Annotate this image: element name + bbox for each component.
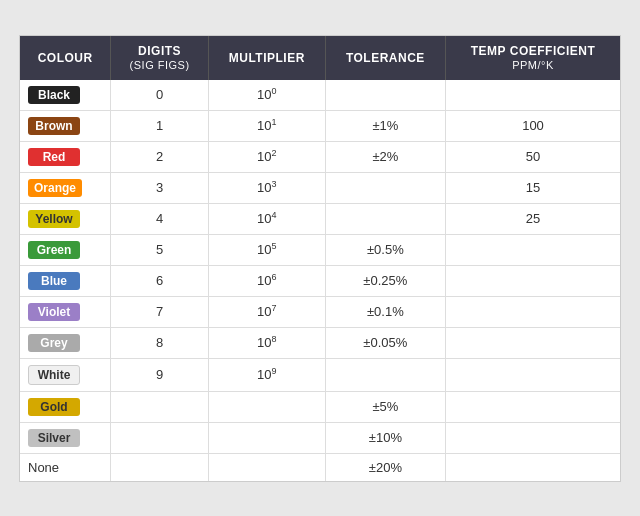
table-row: Green5105±0.5% [20,234,620,265]
swatch-black: Black [28,86,80,104]
color-cell: Red [20,141,111,172]
tolerance-cell: ±0.5% [325,234,445,265]
temp-coeff-cell [446,296,620,327]
tolerance-cell: ±0.1% [325,296,445,327]
temp-coeff-cell: 100 [446,110,620,141]
multiplier-cell [208,453,325,481]
header-digits: DIGITS(SIG FIGS) [111,36,208,80]
tolerance-cell [325,203,445,234]
table-row: Yellow410425 [20,203,620,234]
temp-coeff-cell: 25 [446,203,620,234]
table-row: Orange310315 [20,172,620,203]
color-cell: Orange [20,172,111,203]
tolerance-cell: ±10% [325,422,445,453]
temp-coeff-cell: 15 [446,172,620,203]
color-cell: Silver [20,422,111,453]
swatch-violet: Violet [28,303,80,321]
digits-cell: 6 [111,265,208,296]
resistor-color-code-table: COLOUR DIGITS(SIG FIGS) MULTIPLIER TOLER… [19,35,621,482]
swatch-yellow: Yellow [28,210,80,228]
temp-coeff-cell [446,358,620,391]
temp-coeff-cell [446,80,620,111]
table-row: Blue6106±0.25% [20,265,620,296]
multiplier-cell: 107 [208,296,325,327]
swatch-grey: Grey [28,334,80,352]
table-row: Brown1101±1%100 [20,110,620,141]
temp-coeff-cell [446,391,620,422]
multiplier-cell: 100 [208,80,325,111]
multiplier-cell: 108 [208,327,325,358]
digits-cell [111,391,208,422]
swatch-gold: Gold [28,398,80,416]
temp-coeff-cell [446,422,620,453]
swatch-silver: Silver [28,429,80,447]
multiplier-cell: 106 [208,265,325,296]
color-cell: White [20,358,111,391]
color-cell: Green [20,234,111,265]
swatch-blue: Blue [28,272,80,290]
tolerance-cell: ±20% [325,453,445,481]
temp-coeff-cell [446,327,620,358]
digits-cell [111,453,208,481]
table-row: Gold±5% [20,391,620,422]
digits-cell: 0 [111,80,208,111]
color-cell: None [20,453,111,481]
digits-cell: 4 [111,203,208,234]
table-row: White9109 [20,358,620,391]
multiplier-cell: 103 [208,172,325,203]
multiplier-cell: 104 [208,203,325,234]
swatch-red: Red [28,148,80,166]
header-tolerance: TOLERANCE [325,36,445,80]
digits-cell: 3 [111,172,208,203]
tolerance-cell [325,80,445,111]
multiplier-cell: 101 [208,110,325,141]
digits-cell: 1 [111,110,208,141]
table-row: Silver±10% [20,422,620,453]
table-row: Black0100 [20,80,620,111]
tolerance-cell [325,172,445,203]
multiplier-cell: 109 [208,358,325,391]
temp-coeff-cell: 50 [446,141,620,172]
digits-cell [111,422,208,453]
table-row: Red2102±2%50 [20,141,620,172]
color-cell: Violet [20,296,111,327]
tolerance-cell: ±0.05% [325,327,445,358]
tolerance-cell [325,358,445,391]
multiplier-cell [208,391,325,422]
digits-cell: 9 [111,358,208,391]
digits-cell: 2 [111,141,208,172]
tolerance-cell: ±1% [325,110,445,141]
digits-cell: 7 [111,296,208,327]
color-cell: Yellow [20,203,111,234]
digits-cell: 5 [111,234,208,265]
swatch-white: White [28,365,80,385]
multiplier-cell: 102 [208,141,325,172]
color-cell: Gold [20,391,111,422]
digits-cell: 8 [111,327,208,358]
table-row: Grey8108±0.05% [20,327,620,358]
header-temp-coefficient: TEMP COEFFICIENTPPM/°K [446,36,620,80]
tolerance-cell: ±2% [325,141,445,172]
swatch-brown: Brown [28,117,80,135]
multiplier-cell: 105 [208,234,325,265]
temp-coeff-cell [446,234,620,265]
swatch-orange: Orange [28,179,82,197]
table-row: None±20% [20,453,620,481]
table-row: Violet7107±0.1% [20,296,620,327]
header-multiplier: MULTIPLIER [208,36,325,80]
color-cell: Black [20,80,111,111]
temp-coeff-cell [446,453,620,481]
temp-coeff-cell [446,265,620,296]
color-cell: Blue [20,265,111,296]
tolerance-cell: ±5% [325,391,445,422]
multiplier-cell [208,422,325,453]
color-cell: Brown [20,110,111,141]
swatch-green: Green [28,241,80,259]
header-colour: COLOUR [20,36,111,80]
tolerance-cell: ±0.25% [325,265,445,296]
color-cell: Grey [20,327,111,358]
